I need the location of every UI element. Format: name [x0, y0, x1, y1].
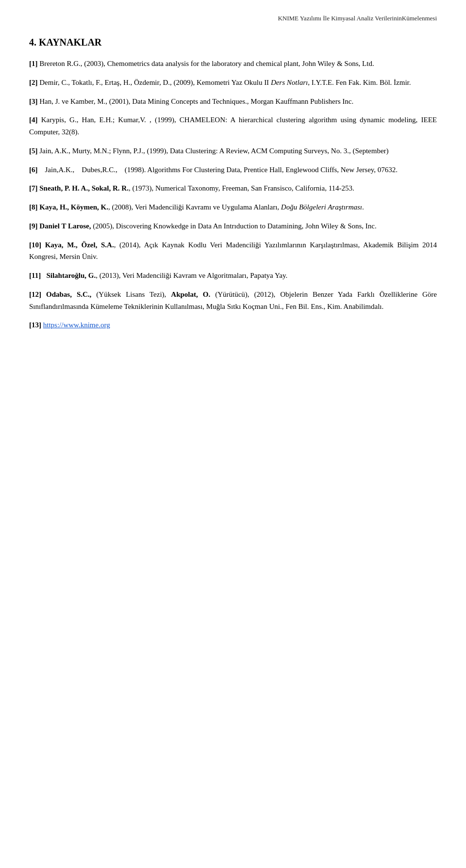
reference-6: [6] Jain,A.K., Dubes,R.C., (1998). Algor…	[29, 164, 437, 176]
ref-12-editor: Akpolat, O.	[171, 290, 210, 298]
reference-7: [7] Sneath, P. H. A., Sokal, R. R., (197…	[29, 182, 437, 194]
ref-11-bracket: [11]	[29, 272, 41, 279]
ref-9-bracket: [9]	[29, 222, 38, 230]
ref-7-bracket: [7]	[29, 184, 38, 192]
page-header: KNIME Yazılımı İle Kimyasal Analiz Veril…	[29, 15, 437, 22]
ref-12-bracket: [12]	[29, 290, 41, 298]
ref-5-bracket: [5]	[29, 147, 38, 155]
reference-10: [10] Kaya, M., Özel, S.A., (2014), Açık …	[29, 239, 437, 263]
reference-8-text: [8] Kaya, H., Köymen, K., (2008), Veri M…	[29, 201, 437, 213]
reference-9: [9] Daniel T Larose, (2005), Discovering…	[29, 220, 437, 232]
reference-4: [4] Karypis, G., Han, E.H.; Kumar,V. , (…	[29, 114, 437, 138]
reference-4-text: [4] Karypis, G., Han, E.H.; Kumar,V. , (…	[29, 114, 437, 138]
ref-12-authors: Odabas, S.C.,	[46, 290, 91, 298]
ref-1-bracket: [1]	[29, 60, 38, 67]
reference-7-text: [7] Sneath, P. H. A., Sokal, R. R., (197…	[29, 182, 437, 194]
reference-5: [5] Jain, A.K., Murty, M.N.; Flynn, P.J.…	[29, 145, 437, 157]
ref-7-authors: Sneath, P. H. A., Sokal, R. R.	[39, 184, 129, 192]
reference-6-text: [6] Jain,A.K., Dubes,R.C., (1998). Algor…	[29, 164, 437, 176]
section-title: 4. KAYNAKLAR	[29, 37, 437, 48]
reference-11: [11] Silahtaroğlu, G., (2013), Veri Made…	[29, 270, 437, 282]
reference-13-text: [13] https://www.knime.org	[29, 319, 437, 331]
reference-2: [2] Demir, C., Tokatlı, F., Ertaş, H., Ö…	[29, 77, 437, 89]
reference-1-text: [1] Brereton R.G., (2003), Chemometrics …	[29, 58, 437, 70]
reference-13: [13] https://www.knime.org	[29, 319, 437, 331]
reference-12: [12] Odabas, S.C., (Yüksek Lisans Tezi),…	[29, 289, 437, 313]
reference-9-text: [9] Daniel T Larose, (2005), Discovering…	[29, 220, 437, 232]
reference-3: [3] Han, J. ve Kamber, M., (2001), Data …	[29, 96, 437, 108]
ref-8-italic: Doğu Bölgeleri Araştırması	[281, 203, 362, 211]
reference-11-text: [11] Silahtaroğlu, G., (2013), Veri Made…	[29, 270, 437, 282]
reference-5-text: [5] Jain, A.K., Murty, M.N.; Flynn, P.J.…	[29, 145, 437, 157]
ref-10-bracket: [10]	[29, 241, 41, 249]
ref-13-link[interactable]: https://www.knime.org	[43, 321, 110, 329]
ref-2-bracket: [2]	[29, 79, 38, 86]
reference-3-text: [3] Han, J. ve Kamber, M., (2001), Data …	[29, 96, 437, 108]
page: KNIME Yazılımı İle Kimyasal Analiz Veril…	[0, 0, 466, 868]
reference-1: [1] Brereton R.G., (2003), Chemometrics …	[29, 58, 437, 70]
reference-12-text: [12] Odabas, S.C., (Yüksek Lisans Tezi),…	[29, 289, 437, 313]
ref-3-bracket: [3]	[29, 97, 38, 105]
ref-13-bracket: [13]	[29, 321, 41, 329]
reference-10-text: [10] Kaya, M., Özel, S.A., (2014), Açık …	[29, 239, 437, 263]
reference-2-text: [2] Demir, C., Tokatlı, F., Ertaş, H., Ö…	[29, 77, 437, 89]
reference-8: [8] Kaya, H., Köymen, K., (2008), Veri M…	[29, 201, 437, 213]
ref-6-bracket: [6]	[29, 166, 38, 174]
ref-8-bracket: [8]	[29, 203, 38, 211]
ref-9-authors: Daniel T Larose,	[39, 222, 91, 230]
ref-4-bracket: [4]	[29, 116, 38, 124]
ref-11-authors: Silahtaroğlu, G.	[46, 272, 96, 279]
header-title: KNIME Yazılımı İle Kimyasal Analiz Veril…	[278, 15, 437, 22]
ref-8-authors: Kaya, H., Köymen, K.	[39, 203, 108, 211]
ref-10-authors: Kaya, M., Özel, S.A.	[45, 241, 114, 249]
